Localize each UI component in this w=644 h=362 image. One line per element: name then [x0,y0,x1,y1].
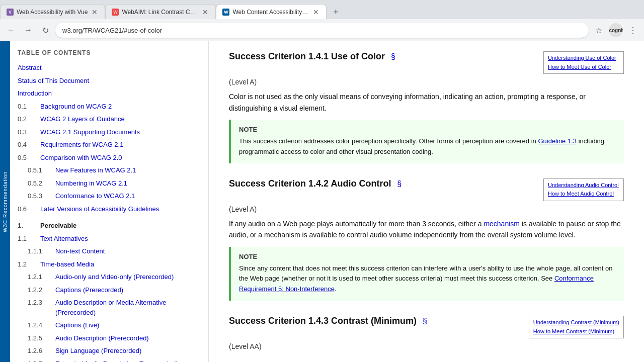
sc-1-4-3-understanding-link[interactable]: Understanding Contrast (Minimum) [533,318,619,327]
sc-1-4-2-info-box: Understanding Audio Control How to Meet … [543,178,624,201]
toc-item-1-1-1[interactable]: 1.1.1 Non-text Content [10,245,208,258]
sc-1-4-3-level: (Level AA) [229,342,624,350]
sc-1-4-3-how-to-link[interactable]: How to Meet Contrast (Minimum) [533,327,619,336]
toc-item-abstract[interactable]: Abstract [10,61,208,74]
toc-item-0-5[interactable]: 0.5 Comparison with WCAG 2.0 [10,151,208,164]
account-button[interactable]: Incognito [609,23,623,37]
sc-1-4-2-block: Success Criterion 1.4.2 Audio Control § … [229,178,624,301]
tab-1-title: Web Accessibility with Vue [17,9,88,16]
sc-1-4-1-title-group: Success Criterion 1.4.1 Use of Color § [229,51,395,62]
sc-1-4-2-level: (Level A) [229,205,624,213]
sc-1-4-1-header: Success Criterion 1.4.1 Use of Color § U… [229,51,624,74]
sc-1-4-2-anchor[interactable]: § [397,179,401,188]
sc-1-4-2-note-title: NOTE [239,253,616,260]
toc-item-0-5-1[interactable]: 0.5.1 New Features in WCAG 2.1 [10,164,208,177]
sc-1-4-2-description: If any audio on a Web page plays automat… [229,218,624,241]
tab-1[interactable]: V Web Accessibility with Vue ✕ [0,4,105,19]
sc-1-4-3-title: Success Criterion 1.4.3 Contrast (Minimu… [229,316,417,326]
conformance-req-5-link[interactable]: Conformance Requirement 5: Non-Interfere… [239,275,594,293]
toc-item-0-2[interactable]: 0.2 WCAG 2 Layers of Guidance [10,113,208,126]
sc-1-4-3-block: Success Criterion 1.4.3 Contrast (Minimu… [229,316,624,350]
reload-button[interactable]: ↻ [38,23,52,37]
mechanism-link[interactable]: mechanism [484,220,520,228]
browser-window: V Web Accessibility with Vue ✕ W WebAIM:… [0,0,644,362]
sc-1-4-1-info-box: Understanding Use of Color How to Meet U… [543,51,624,74]
toc-item-1-2-4[interactable]: 1.2.4 Captions (Live) [10,319,208,332]
sc-1-4-3-anchor[interactable]: § [423,317,427,325]
guideline-1-3-link[interactable]: Guideline 1.3 [538,137,577,145]
sc-1-4-1-note-text: This success criterion addresses color p… [239,136,616,157]
menu-button[interactable]: ⋮ [626,23,640,37]
sc-1-4-2-title: Success Criterion 1.4.2 Audio Control [229,178,391,189]
toc-item-0-3[interactable]: 0.3 WCAG 2.1 Supporting Documents [10,126,208,139]
toc-item-0-5-3[interactable]: 0.5.3 Conformance to WCAG 2.1 [10,190,208,203]
address-bar: ← → ↻ ☆ Incognito ⋮ [0,19,644,41]
toc-item-1-2-7[interactable]: 1.2.7 Extended Audio Description (Prerec… [10,357,208,363]
forward-button[interactable]: → [21,23,35,37]
sc-1-4-2-how-to-link[interactable]: How to Meet Audio Control [548,190,619,199]
sc-1-4-1-how-to-link[interactable]: How to Meet Use of Color [548,63,619,72]
tab-3[interactable]: W Web Content Accessibility Gu... ✕ [216,4,327,19]
sc-1-4-2-note: NOTE Since any content that does not mee… [229,247,624,301]
sc-1-4-1-description: Color is not used as the only visual mea… [229,91,624,114]
tab-3-title: Web Content Accessibility Gu... [232,9,309,16]
main-area: W3C Recommendation TABLE OF CONTENTS Abs… [0,41,644,362]
new-tab-button[interactable]: + [329,5,343,19]
toc-item-0-4[interactable]: 0.4 Requirements for WCAG 2.1 [10,138,208,151]
sc-1-4-2-note-text: Since any content that does not meet thi… [239,263,616,295]
tab-1-close[interactable]: ✕ [91,7,99,17]
tab-1-favicon: V [7,9,14,16]
bookmark-button[interactable]: ☆ [592,23,606,37]
sc-1-4-1-note: NOTE This success criterion addresses co… [229,120,624,163]
tab-2-title: WebAIM: Link Contrast Check... [122,9,198,16]
toc-sidebar: TABLE OF CONTENTS Abstract Status of Thi… [10,41,209,362]
sc-1-4-1-note-title: NOTE [239,126,616,133]
toc-item-1-2-3[interactable]: 1.2.3 Audio Description or Media Alterna… [10,296,208,319]
content-area: Success Criterion 1.4.1 Use of Color § U… [209,41,644,362]
sc-1-4-2-title-group: Success Criterion 1.4.2 Audio Control § [229,178,401,189]
sc-1-4-1-title: Success Criterion 1.4.1 Use of Color [229,51,385,61]
tab-3-favicon: W [222,9,229,16]
sc-1-4-1-understanding-link[interactable]: Understanding Use of Color [548,54,619,63]
sc-1-4-2-understanding-link[interactable]: Understanding Audio Control [548,181,619,190]
sc-1-4-3-info-box: Understanding Contrast (Minimum) How to … [529,316,624,338]
back-button[interactable]: ← [4,23,18,37]
toc-item-1-2-2[interactable]: 1.2.2 Captions (Prerecorded) [10,284,208,297]
sc-1-4-2-header: Success Criterion 1.4.2 Audio Control § … [229,178,624,201]
tab-2-close[interactable]: ✕ [201,7,209,17]
toc-item-status[interactable]: Status of This Document [10,74,208,87]
toc-title: TABLE OF CONTENTS [10,46,208,61]
toc-item-1-2[interactable]: 1.2 Time-based Media [10,258,208,271]
sc-1-4-3-header: Success Criterion 1.4.3 Contrast (Minimu… [229,316,624,338]
tab-2-favicon: W [112,9,119,16]
tab-2[interactable]: W WebAIM: Link Contrast Check... ✕ [105,4,216,19]
toc-item-0-6[interactable]: 0.6 Later Versions of Accessibility Guid… [10,203,208,216]
sc-1-4-1-level: (Level A) [229,78,624,86]
w3c-recommendation-label: W3C Recommendation [0,41,10,362]
account-label: Incognito [609,28,623,33]
toc-item-1-2-5[interactable]: 1.2.5 Audio Description (Prerecorded) [10,332,208,345]
toc-item-1-1[interactable]: 1.1 Text Alternatives [10,232,208,245]
sc-1-4-1-anchor[interactable]: § [391,52,395,61]
tab-bar: V Web Accessibility with Vue ✕ W WebAIM:… [0,0,644,19]
sc-1-4-1-block: Success Criterion 1.4.1 Use of Color § U… [229,51,624,163]
toc-item-1[interactable]: 1. Perceivable [10,219,208,232]
toc-item-1-2-6[interactable]: 1.2.6 Sign Language (Prerecorded) [10,344,208,357]
sc-1-4-3-title-group: Success Criterion 1.4.3 Contrast (Minimu… [229,316,427,326]
tab-3-close[interactable]: ✕ [312,7,320,17]
toc-item-0-5-2[interactable]: 0.5.2 Numbering in WCAG 2.1 [10,177,208,190]
toc-item-introduction[interactable]: Introduction [10,87,208,100]
toc-item-0-1[interactable]: 0.1 Background on WCAG 2 [10,100,208,113]
address-input[interactable] [55,23,589,38]
toc-item-1-2-1[interactable]: 1.2.1 Audio-only and Video-only (Prereco… [10,270,208,284]
